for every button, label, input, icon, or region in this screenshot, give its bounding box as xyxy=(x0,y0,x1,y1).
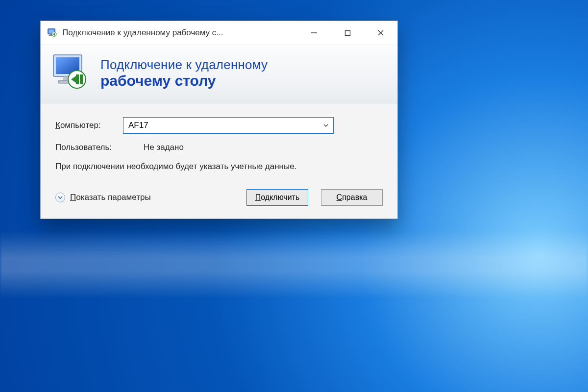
close-button[interactable] xyxy=(364,21,397,45)
computer-combobox[interactable] xyxy=(123,117,334,134)
connect-button[interactable]: Подключить xyxy=(246,189,308,206)
minimize-button[interactable] xyxy=(297,21,331,45)
svg-rect-17 xyxy=(80,74,83,84)
svg-rect-6 xyxy=(345,30,350,35)
dialog-footer: Показать параметры Подключить Справка xyxy=(41,178,397,219)
computer-input[interactable] xyxy=(123,118,318,133)
dialog-header: Подключение к удаленному рабочему столу xyxy=(41,45,397,103)
expand-icon[interactable] xyxy=(55,193,65,202)
heading-line1: Подключение к удаленному xyxy=(100,57,268,73)
rdp-window: Подключение к удаленному рабочему с... xyxy=(40,21,398,219)
remote-desktop-icon xyxy=(49,52,92,94)
help-button[interactable]: Справка xyxy=(321,189,383,206)
rdp-app-icon xyxy=(47,27,57,38)
user-value: Не задано xyxy=(144,143,184,152)
dialog-heading: Подключение к удаленному рабочему столу xyxy=(100,57,268,89)
dialog-body: Компьютер: Пользователь: Не задано При п… xyxy=(41,103,397,178)
computer-label: Компьютер: xyxy=(55,121,123,130)
chevron-down-icon[interactable] xyxy=(318,118,333,133)
heading-line2: рабочему столу xyxy=(100,73,268,89)
window-title: Подключение к удаленному рабочему с... xyxy=(62,28,297,38)
svg-rect-16 xyxy=(76,74,79,84)
titlebar[interactable]: Подключение к удаленному рабочему с... xyxy=(41,21,397,45)
show-options-link[interactable]: Показать параметры xyxy=(70,193,242,202)
credentials-info: При подключении необходимо будет указать… xyxy=(55,161,320,172)
window-controls xyxy=(297,21,397,45)
maximize-button[interactable] xyxy=(331,21,364,45)
user-label: Пользователь: xyxy=(55,143,144,152)
